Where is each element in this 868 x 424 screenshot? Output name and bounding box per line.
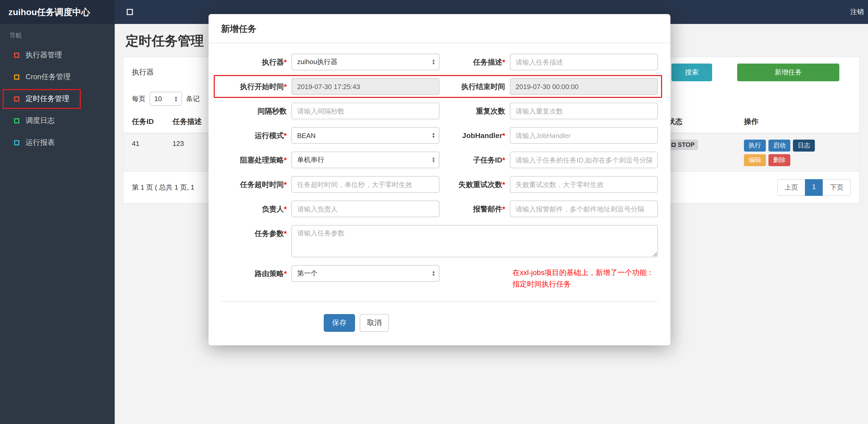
add-task-button[interactable]: 新增任务 [737, 64, 839, 81]
interval-label: 间隔秒数 [221, 103, 291, 119]
per-page-value: 10 [154, 95, 162, 103]
interval-input[interactable] [291, 103, 439, 119]
retry-label: 失败重试次数* [439, 176, 510, 193]
select-arrows-icon [432, 270, 435, 276]
modal-title: 新增任务 [221, 24, 256, 34]
sidebar-item-run-report[interactable]: 运行报表 [0, 132, 115, 154]
sidebar-item-dispatch-log[interactable]: 调度日志 [0, 110, 115, 132]
modal-footer: 保存 取消 [209, 304, 504, 346]
route-strategy-select[interactable]: 第一个 [291, 265, 439, 282]
executor-select[interactable]: zuihou执行器 [291, 54, 439, 70]
sidebar-item-label: Cron任务管理 [26, 72, 71, 82]
params-textarea[interactable] [291, 225, 658, 257]
row-owner-email: 负责人* 报警邮件* [221, 200, 658, 217]
col-status: 状态 [668, 117, 744, 127]
stop-square-icon [672, 143, 676, 147]
child-job-input[interactable] [510, 152, 658, 168]
run-mode-label: 运行模式* [221, 127, 291, 144]
modal-body: 执行器* zuihou执行器 任务描述* 执行开始时间* [209, 43, 671, 304]
route-strategy-label: 路由策略* [221, 265, 291, 290]
add-task-modal: 新增任务 执行器* zuihou执行器 任务描述* [209, 14, 671, 346]
select-arrows-icon [432, 157, 435, 163]
row-params: 任务参数* [221, 225, 658, 257]
sidebar-item-label: 执行器管理 [26, 51, 62, 60]
log-button[interactable]: 日志 [793, 140, 815, 152]
prev-page-button[interactable]: 上页 [777, 179, 805, 196]
col-actions: 操作 [744, 117, 851, 127]
page-1-button[interactable]: 1 [805, 179, 823, 196]
owner-input[interactable] [291, 200, 439, 217]
status-badge: STOP [668, 140, 698, 150]
select-arrows-icon [174, 96, 178, 102]
square-icon [14, 96, 19, 102]
task-desc-input[interactable] [510, 54, 658, 70]
select-arrows-icon [432, 132, 435, 138]
row-interval-repeat: 间隔秒数 重复次数 [221, 103, 658, 119]
executor-filter-label: 执行器 [132, 65, 154, 80]
app-viewport: zuihou任务调度中心 注销 导航 执行器管理 Cron任务管理 定时任务管理… [0, 0, 868, 424]
modal-header: 新增任务 [209, 14, 671, 43]
sidebar-item-cron-task-management[interactable]: Cron任务管理 [0, 66, 115, 88]
execute-button[interactable]: 执行 [744, 140, 766, 152]
per-page-suffix: 条记 [186, 94, 200, 103]
task-desc-label: 任务描述* [439, 54, 510, 70]
search-button[interactable]: 搜索 [672, 64, 712, 81]
select-arrows-icon [432, 59, 435, 65]
cancel-button[interactable]: 取消 [360, 314, 389, 332]
feature-note: 在xxl-jobs项目的基础上，新增了一个功能： 指定时间执行任务 [513, 265, 654, 290]
start-time-input[interactable] [291, 78, 439, 95]
run-mode-select[interactable]: BEAN [291, 127, 439, 144]
sidebar-item-label: 定时任务管理 [26, 94, 69, 104]
timeout-label: 任务超时时间* [221, 176, 291, 193]
logout-button[interactable]: 注销 [850, 7, 868, 17]
square-icon [14, 140, 19, 145]
job-handler-input[interactable] [510, 127, 658, 144]
start-button[interactable]: 启动 [768, 140, 790, 152]
end-time-input[interactable] [510, 78, 658, 95]
end-time-label: 执行结束时间 [439, 78, 510, 95]
timeout-input[interactable] [291, 176, 439, 193]
executor-label: 执行器* [221, 54, 291, 70]
row-timeout-retry: 任务超时时间* 失败重试次数* [221, 176, 658, 193]
per-page-select[interactable]: 10 [150, 92, 182, 106]
square-icon [14, 118, 19, 124]
owner-label: 负责人* [221, 200, 291, 217]
brand-logo: zuihou任务调度中心 [0, 0, 115, 24]
alarm-email-label: 报警邮件* [439, 200, 510, 217]
job-handler-label: JobHandler* [439, 127, 510, 144]
sidebar-item-executor-management[interactable]: 执行器管理 [0, 44, 115, 66]
save-button[interactable]: 保存 [324, 314, 355, 332]
repeat-label: 重复次数 [439, 103, 510, 119]
row-route-strategy: 路由策略* 第一个 在xxl-jobs项目的基础上，新增了一个功能： 指定时间执… [221, 265, 658, 290]
row-block-childjob: 阻塞处理策略* 单机串行 子任务ID* [221, 152, 658, 168]
modal-divider [221, 301, 658, 302]
next-page-button[interactable]: 下页 [823, 179, 851, 196]
row-start-end-time: 执行开始时间* 执行结束时间 [221, 78, 658, 95]
pager: 上页 1 下页 [777, 179, 851, 196]
sidebar-item-scheduled-task-management[interactable]: 定时任务管理 [0, 88, 115, 110]
sidebar-section-label: 导航 [0, 24, 115, 44]
block-strategy-select[interactable]: 单机串行 [291, 152, 439, 168]
square-icon [14, 53, 19, 58]
sidebar-toggle-icon[interactable] [127, 9, 133, 15]
col-task-id: 任务ID [132, 117, 173, 127]
cell-task-id: 41 [132, 140, 173, 148]
block-strategy-label: 阻塞处理策略* [221, 152, 291, 168]
params-label: 任务参数* [221, 225, 291, 257]
edit-button[interactable]: 编辑 [744, 154, 766, 166]
row-actions: 执行 启动 日志 编辑 删除 [744, 140, 822, 166]
row-runmode-jobhandler: 运行模式* BEAN JobHandler* [221, 127, 658, 144]
row-executor-desc: 执行器* zuihou执行器 任务描述* [221, 54, 658, 70]
child-job-label: 子任务ID* [439, 152, 510, 168]
retry-input[interactable] [510, 176, 658, 193]
sidebar-item-label: 调度日志 [26, 116, 55, 126]
square-icon [14, 74, 19, 80]
sidebar-item-label: 运行报表 [26, 138, 55, 148]
pagination-summary: 第 1 页 ( 总共 1 页, 1 [132, 183, 194, 192]
sidebar: 导航 执行器管理 Cron任务管理 定时任务管理 调度日志 运行报表 [0, 24, 115, 424]
delete-button[interactable]: 删除 [768, 154, 790, 166]
alarm-email-input[interactable] [510, 200, 658, 217]
repeat-input[interactable] [510, 103, 658, 119]
start-time-label: 执行开始时间* [221, 78, 291, 95]
per-page-prefix: 每页 [132, 94, 146, 103]
